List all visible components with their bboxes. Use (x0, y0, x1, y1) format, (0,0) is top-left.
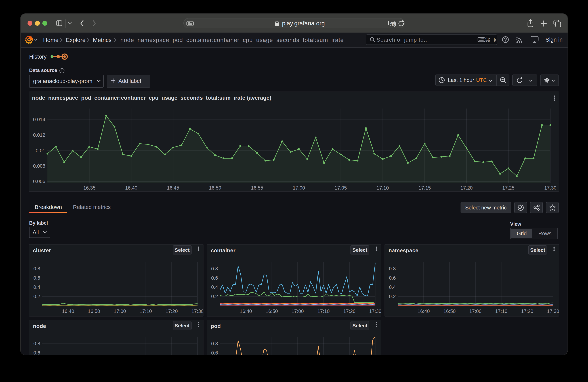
svg-text:17:25: 17:25 (502, 185, 514, 191)
svg-text:17:20: 17:20 (460, 185, 473, 191)
svg-text:0.6: 0.6 (33, 275, 40, 281)
svg-text:0.8: 0.8 (33, 341, 40, 346)
svg-text:17:00: 17:00 (469, 308, 482, 314)
svg-text:0.4: 0.4 (33, 285, 40, 290)
svg-text:0.6: 0.6 (211, 275, 218, 281)
svg-text:16:35: 16:35 (83, 185, 96, 191)
svg-text:16:50: 16:50 (88, 308, 100, 314)
svg-text:16:50: 16:50 (266, 308, 278, 314)
svg-text:0.01: 0.01 (36, 148, 45, 153)
svg-text:17:10: 17:10 (317, 308, 330, 314)
svg-text:16:40: 16:40 (418, 308, 430, 314)
svg-text:0.006: 0.006 (33, 179, 45, 184)
svg-text:0.4: 0.4 (211, 285, 218, 290)
svg-text:0.6: 0.6 (389, 275, 396, 281)
svg-text:17:10: 17:10 (495, 308, 507, 314)
svg-text:17:05: 17:05 (335, 185, 347, 191)
svg-text:17:00: 17:00 (293, 185, 305, 191)
svg-text:0.012: 0.012 (33, 133, 45, 138)
svg-text:17:30: 17:30 (547, 308, 559, 314)
svg-text:0.8: 0.8 (211, 266, 218, 271)
svg-text:16:50: 16:50 (209, 185, 221, 191)
svg-text:0.008: 0.008 (33, 163, 45, 169)
svg-text:17:00: 17:00 (114, 308, 126, 314)
svg-text:0.014: 0.014 (33, 117, 45, 122)
svg-text:16:45: 16:45 (167, 185, 179, 191)
svg-text:17:10: 17:10 (140, 308, 152, 314)
svg-text:16:40: 16:40 (62, 308, 74, 314)
svg-text:0.6: 0.6 (211, 350, 218, 355)
svg-text:16:55: 16:55 (251, 185, 263, 191)
svg-text:0.6: 0.6 (33, 350, 40, 355)
svg-text:17:30: 17:30 (369, 308, 381, 314)
svg-text:17:15: 17:15 (419, 185, 431, 191)
svg-text:17:10: 17:10 (377, 185, 389, 191)
svg-text:0.4: 0.4 (389, 285, 396, 290)
svg-text:文: 文 (393, 23, 395, 26)
svg-text:0.8: 0.8 (389, 266, 396, 271)
svg-text:16:40: 16:40 (240, 308, 252, 314)
svg-text:17:20: 17:20 (521, 308, 533, 314)
svg-text:0.8: 0.8 (33, 266, 40, 271)
svg-text:0.2: 0.2 (211, 294, 218, 299)
svg-text:17:20: 17:20 (166, 308, 178, 314)
svg-text:0.2: 0.2 (389, 294, 396, 299)
svg-text:0.2: 0.2 (33, 294, 40, 299)
svg-text:16:50: 16:50 (443, 308, 456, 314)
svg-text:16:40: 16:40 (125, 185, 137, 191)
svg-text:0.8: 0.8 (211, 341, 218, 346)
svg-text:17:30: 17:30 (191, 308, 203, 314)
svg-text:17:00: 17:00 (292, 308, 304, 314)
svg-text:17:20: 17:20 (343, 308, 356, 314)
svg-text:17:30: 17:30 (544, 185, 556, 191)
